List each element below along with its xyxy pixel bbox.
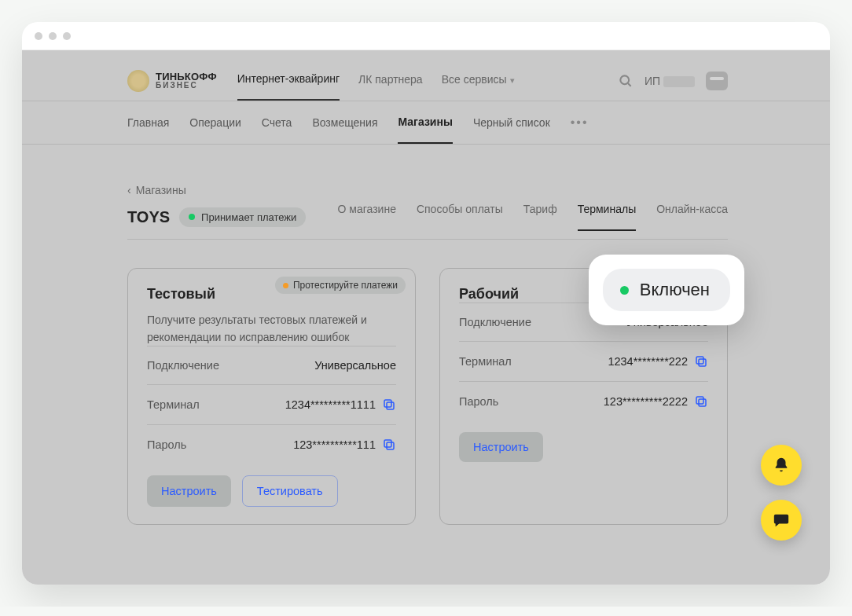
svg-rect-9 <box>696 397 703 404</box>
subnav-ops[interactable]: Операции <box>189 102 241 143</box>
badge-dot-icon <box>283 283 288 288</box>
row-connection: Подключение Универсальное <box>147 346 396 384</box>
browser-frame: ТИНЬКОФФ БИЗНЕС Интернет-эквайринг ЛК па… <box>22 22 830 585</box>
notifications-fab[interactable] <box>761 445 802 486</box>
row-terminal: Терминал 1234********222 <box>459 341 708 381</box>
tab-methods[interactable]: Способы оплаты <box>417 203 503 231</box>
chevron-down-icon: ▾ <box>510 75 515 85</box>
status-label: Принимает платежи <box>201 211 296 223</box>
topnav: Интернет-эквайринг ЛК партнера Все серви… <box>237 61 515 101</box>
logo-icon <box>127 70 149 92</box>
topnav-services[interactable]: Все сервисы▾ <box>442 62 515 100</box>
titlebar-dot <box>49 32 57 40</box>
badge-dot-icon <box>620 286 629 295</box>
svg-rect-5 <box>384 440 391 447</box>
user-chip[interactable]: ИП <box>645 75 695 87</box>
logo[interactable]: ТИНЬКОФФ БИЗНЕС <box>127 70 217 92</box>
row-label: Терминал <box>147 398 200 411</box>
svg-rect-4 <box>387 442 394 449</box>
titlebar-dot <box>63 32 71 40</box>
fab-stack <box>761 445 802 541</box>
logo-sub: БИЗНЕС <box>156 81 217 90</box>
bell-icon <box>773 456 790 474</box>
tab-about[interactable]: О магазине <box>338 203 396 231</box>
terminal-card-prod: Включен Рабочий Подключение Универсально… <box>439 268 728 525</box>
svg-rect-7 <box>696 357 703 364</box>
svg-rect-8 <box>699 399 706 406</box>
svg-rect-3 <box>384 400 391 407</box>
subnav-shops[interactable]: Магазины <box>398 101 452 144</box>
row-value: 1234********222 <box>608 355 688 368</box>
page-tabs: О магазине Способы оплаты Тариф Терминал… <box>338 203 728 231</box>
topbar: ТИНЬКОФФ БИЗНЕС Интернет-эквайринг ЛК па… <box>22 50 830 101</box>
titlebar-dot <box>35 32 42 40</box>
search-icon[interactable] <box>618 73 633 89</box>
user-name-mask <box>663 76 695 87</box>
card-actions: Настроить <box>459 432 708 462</box>
svg-point-0 <box>620 75 629 84</box>
chat-icon <box>773 512 790 529</box>
svg-rect-6 <box>699 359 706 366</box>
configure-button[interactable]: Настроить <box>459 432 543 462</box>
copy-icon[interactable] <box>694 394 708 409</box>
app-switch-icon[interactable] <box>706 72 728 90</box>
subnav: Главная Операции Счета Возмещения Магази… <box>22 101 830 145</box>
configure-button[interactable]: Настроить <box>147 475 231 507</box>
row-label: Пароль <box>459 395 498 408</box>
badge-test: Протестируйте платежи <box>275 277 406 294</box>
terminal-card-test: Тестовый Протестируйте платежи Получите … <box>127 268 416 525</box>
subnav-blacklist[interactable]: Черный список <box>473 102 550 143</box>
cards-row: Тестовый Протестируйте платежи Получите … <box>127 268 728 525</box>
topnav-partner[interactable]: ЛК партнера <box>358 62 423 100</box>
logo-brand: ТИНЬКОФФ <box>156 72 217 82</box>
tab-terminals[interactable]: Терминалы <box>578 203 637 231</box>
topnav-services-label: Все сервисы <box>442 73 507 86</box>
user-prefix: ИП <box>645 75 660 87</box>
badge-enabled: Включен <box>603 269 730 311</box>
row-label: Пароль <box>147 438 186 451</box>
page-content: ‹ Магазины TOYS Принимает платежи О мага… <box>22 145 830 548</box>
highlight-callout: Включен <box>589 255 744 325</box>
card-desc: Получите результаты тестовых платежей и … <box>147 312 396 346</box>
subnav-home[interactable]: Главная <box>127 102 169 143</box>
page-head: TOYS Принимает платежи О магазине Способ… <box>127 203 728 231</box>
browser-titlebar <box>22 22 830 50</box>
badge-label: Протестируйте платежи <box>293 280 398 291</box>
row-label: Подключение <box>459 316 531 328</box>
row-label: Терминал <box>459 355 512 368</box>
status-badge: Принимает платежи <box>179 207 306 227</box>
row-value: 123**********111 <box>293 438 376 451</box>
card-actions: Настроить Тестировать <box>147 475 396 507</box>
breadcrumb-label: Магазины <box>136 184 186 196</box>
copy-icon[interactable] <box>382 438 396 452</box>
row-password: Пароль 123**********111 <box>147 424 396 464</box>
card-title: Тестовый <box>147 286 215 302</box>
test-button[interactable]: Тестировать <box>242 475 338 507</box>
chevron-left-icon: ‹ <box>127 184 131 196</box>
row-terminal: Терминал 1234*********1111 <box>147 384 396 424</box>
copy-icon[interactable] <box>694 354 708 368</box>
subnav-accounts[interactable]: Счета <box>262 102 292 143</box>
badge-label: Включен <box>640 280 710 300</box>
tab-cashbox[interactable]: Онлайн-касса <box>656 203 728 231</box>
app-shell: ТИНЬКОФФ БИЗНЕС Интернет-эквайринг ЛК па… <box>22 50 830 585</box>
breadcrumb[interactable]: ‹ Магазины <box>127 184 728 196</box>
tab-tariff[interactable]: Тариф <box>523 203 557 231</box>
status-dot-icon <box>189 214 195 220</box>
svg-rect-2 <box>387 402 394 409</box>
row-value: Универсальное <box>314 359 396 372</box>
row-password: Пароль 123*********2222 <box>459 381 708 421</box>
more-icon[interactable]: ••• <box>571 101 589 144</box>
topbar-right: ИП <box>618 72 728 90</box>
chat-fab[interactable] <box>761 500 802 541</box>
row-value: 123*********2222 <box>604 395 688 408</box>
row-value: 1234*********1111 <box>285 398 376 411</box>
row-label: Подключение <box>147 359 219 372</box>
divider <box>127 239 728 240</box>
copy-icon[interactable] <box>382 398 396 412</box>
topnav-acquiring[interactable]: Интернет-эквайринг <box>237 61 340 101</box>
svg-line-1 <box>628 83 631 86</box>
subnav-refunds[interactable]: Возмещения <box>312 102 377 143</box>
page-title: TOYS <box>127 208 170 226</box>
